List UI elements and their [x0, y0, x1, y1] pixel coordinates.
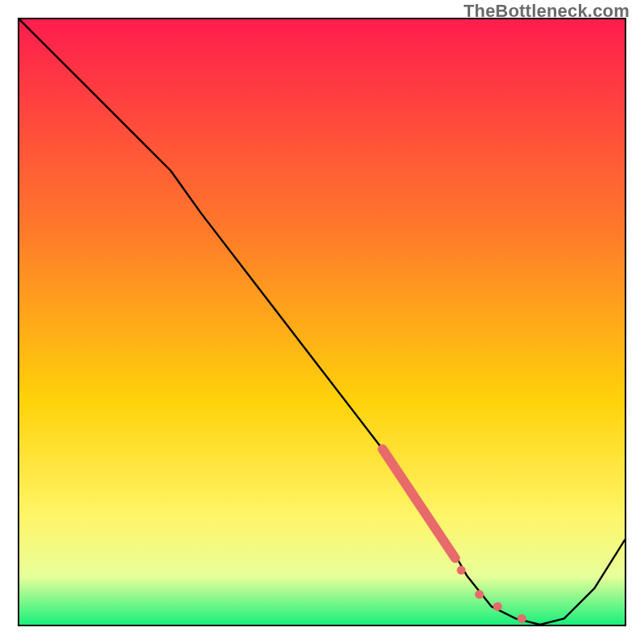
- dot-4: [518, 614, 526, 623]
- dot-2: [475, 590, 484, 599]
- dot-3: [493, 602, 502, 611]
- plot-svg: [19, 19, 625, 625]
- dot-1: [456, 566, 465, 575]
- plot-area: [18, 18, 626, 626]
- chart-stage: TheBottleneck.com: [0, 0, 644, 644]
